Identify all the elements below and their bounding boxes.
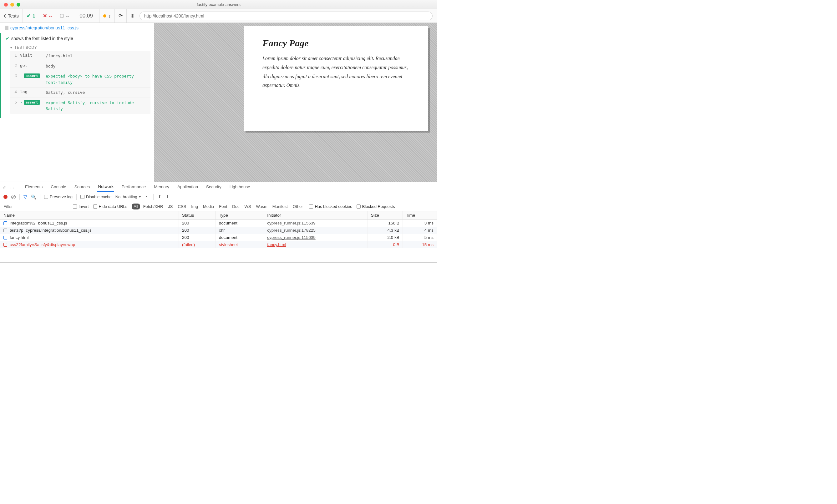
preview-heading: Fancy Page: [263, 38, 409, 49]
hide-data-urls-checkbox[interactable]: Hide data URLs: [93, 204, 128, 209]
check-icon: ✔: [26, 13, 31, 19]
test-block: ✔ shows the font listed in the style TES…: [0, 33, 154, 118]
viewport-arrows-icon[interactable]: ↕: [108, 13, 111, 19]
pass-count: ✔ 1: [26, 13, 35, 19]
devtools-tab-sources[interactable]: Sources: [74, 182, 91, 192]
column-header[interactable]: Status: [179, 211, 216, 219]
throttling-select[interactable]: No throttling: [115, 195, 141, 199]
clear-button[interactable]: [11, 195, 16, 199]
type-filter-doc[interactable]: Doc: [230, 203, 241, 210]
table-row[interactable]: tests?p=cypress/integration/bonus11_css.…: [0, 227, 437, 234]
command-row[interactable]: 3-assertexpected <body> to have CSS prop…: [10, 71, 150, 88]
export-har-icon[interactable]: ⬇: [166, 194, 169, 200]
initiator-link[interactable]: fancy.html: [267, 242, 286, 247]
import-har-icon[interactable]: ⬆: [158, 194, 161, 200]
type-filter-all[interactable]: All: [132, 203, 140, 210]
type-filter-font[interactable]: Font: [217, 203, 229, 210]
devtools: ⬀ ⬚ ElementsConsoleSourcesNetworkPerform…: [0, 182, 437, 262]
devtools-tab-performance[interactable]: Performance: [121, 182, 146, 192]
devtools-tab-lighthouse[interactable]: Lighthouse: [229, 182, 251, 192]
table-row[interactable]: css2?family=Satisfy&display=swap(failed)…: [0, 241, 437, 248]
device-icon[interactable]: ⬚: [10, 184, 14, 190]
viewport-indicator-icon: [103, 14, 106, 18]
filter-toggle-icon[interactable]: ▽: [23, 194, 27, 200]
type-filter-js[interactable]: JS: [166, 203, 175, 210]
type-filter-css[interactable]: CSS: [176, 203, 188, 210]
caret-down-icon: [10, 47, 13, 49]
initiator-link[interactable]: cypress_runner.js:115639: [267, 221, 316, 226]
resource-icon: [3, 229, 7, 232]
filter-input[interactable]: [3, 203, 69, 210]
type-filter-manifest[interactable]: Manifest: [270, 203, 290, 210]
type-filter-img[interactable]: Img: [189, 203, 200, 210]
selector-playground-button[interactable]: ⊕: [127, 13, 138, 19]
column-header[interactable]: Size: [368, 211, 403, 219]
devtools-tab-security[interactable]: Security: [206, 182, 222, 192]
spec-file-link[interactable]: cypress/integration/bonus11_css.js: [0, 23, 154, 33]
pending-count: --: [60, 13, 69, 18]
network-table[interactable]: NameStatusTypeInitiatorSizeTime integrat…: [0, 211, 437, 262]
window-title: fastify-example-answers: [0, 2, 437, 7]
type-filter-media[interactable]: Media: [201, 203, 216, 210]
file-icon: [5, 25, 8, 30]
caret-down-icon: [139, 196, 141, 198]
type-filter-fetch-xhr[interactable]: Fetch/XHR: [141, 203, 165, 210]
devtools-tab-application[interactable]: Application: [177, 182, 199, 192]
titlebar: fastify-example-answers: [0, 0, 437, 9]
initiator-link[interactable]: cypress_runner.js:178225: [267, 228, 316, 233]
command-log: 1visit/fancy.html2getbody3-assertexpecte…: [10, 51, 150, 114]
invert-checkbox[interactable]: Invert: [73, 204, 89, 209]
x-icon: ✕: [43, 13, 47, 19]
network-toolbar: ▽ 🔍 Preserve log Disable cache No thrott…: [0, 192, 437, 202]
url-bar[interactable]: http://localhost:4200/fancy.html: [140, 12, 432, 20]
search-icon[interactable]: 🔍: [31, 195, 36, 199]
initiator-link[interactable]: cypress_runner.js:115639: [267, 235, 316, 240]
type-filter-ws[interactable]: WS: [243, 203, 253, 210]
has-blocked-cookies-checkbox[interactable]: Has blocked cookies: [309, 204, 352, 209]
devtools-tab-elements[interactable]: Elements: [24, 182, 43, 192]
app-preview-pane: Fancy Page Lorem ipsum dolor sit amet co…: [154, 23, 437, 182]
chevron-left-icon: [3, 14, 7, 18]
check-icon: ✔: [6, 36, 10, 41]
fail-count: ✕ --: [43, 13, 52, 19]
record-button[interactable]: [3, 195, 7, 199]
command-row[interactable]: 2getbody: [10, 61, 150, 72]
table-row[interactable]: fancy.html200documentcypress_runner.js:1…: [0, 234, 437, 241]
type-filter-other[interactable]: Other: [291, 203, 305, 210]
column-header[interactable]: Name: [0, 211, 179, 219]
command-row[interactable]: 1visit/fancy.html: [10, 51, 150, 61]
devtools-tab-memory[interactable]: Memory: [153, 182, 170, 192]
toolbar: Tests ✔ 1 ✕ -- -- 00.09 ↕: [0, 9, 437, 23]
resource-icon: [3, 236, 7, 239]
devtools-tab-network[interactable]: Network: [97, 182, 114, 192]
resource-icon: [3, 221, 7, 225]
inspect-icon[interactable]: ⬀: [3, 184, 6, 190]
devtools-tab-console[interactable]: Console: [50, 182, 67, 192]
table-row[interactable]: integration%2Fbonus11_css.js200documentc…: [0, 219, 437, 227]
network-filterbar: Invert Hide data URLs AllFetch/XHRJSCSSI…: [0, 202, 437, 211]
command-row[interactable]: 4logSatisfy, cursive: [10, 88, 150, 98]
disable-cache-checkbox[interactable]: Disable cache: [81, 195, 112, 199]
test-body-label[interactable]: TEST BODY: [1, 44, 154, 51]
command-row[interactable]: 5-assertexpected Satisfy, cursive to inc…: [10, 98, 150, 114]
preview-paragraph: Lorem ipsum dolor sit amet consectetur a…: [263, 54, 409, 90]
test-title[interactable]: ✔ shows the font listed in the style: [1, 35, 154, 44]
back-label: Tests: [8, 13, 19, 18]
app-preview[interactable]: Fancy Page Lorem ipsum dolor sit amet co…: [244, 26, 428, 131]
reload-button[interactable]: ⟳: [119, 13, 123, 19]
column-header[interactable]: Time: [403, 211, 437, 219]
network-conditions-icon[interactable]: ᯤ: [145, 194, 149, 200]
command-log-pane: cypress/integration/bonus11_css.js ✔ sho…: [0, 23, 154, 182]
devtools-tabs: ⬀ ⬚ ElementsConsoleSourcesNetworkPerform…: [0, 182, 437, 192]
preserve-log-checkbox[interactable]: Preserve log: [44, 195, 73, 199]
elapsed-time: 00.09: [77, 13, 95, 19]
blocked-requests-checkbox[interactable]: Blocked Requests: [357, 204, 395, 209]
column-header[interactable]: Initiator: [264, 211, 368, 219]
back-to-tests-button[interactable]: Tests: [4, 13, 19, 18]
column-header[interactable]: Type: [215, 211, 264, 219]
circle-icon: [60, 14, 64, 18]
url-text: http://localhost:4200/fancy.html: [144, 14, 204, 18]
type-filter-wasm[interactable]: Wasm: [254, 203, 269, 210]
resource-icon: [3, 243, 7, 247]
